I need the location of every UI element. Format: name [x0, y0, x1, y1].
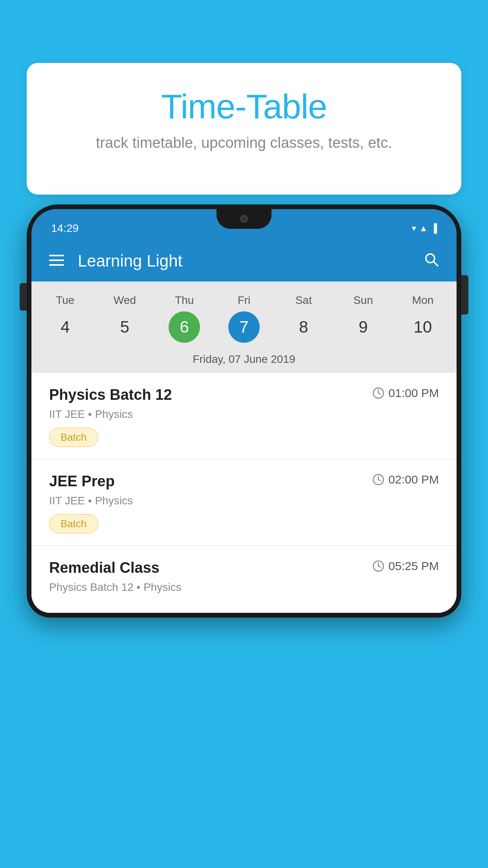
phone-outer: 14:29 ▾ ▲ ▐ Le [27, 204, 461, 618]
status-bar: 14:29 ▾ ▲ ▐ [31, 209, 457, 241]
day-col-sun[interactable]: Sun9 [338, 294, 389, 343]
day-name: Sun [353, 294, 373, 307]
speech-bubble: Time-Table track timetable, upcoming cla… [27, 63, 461, 195]
app-title: Learning Light [78, 252, 410, 270]
day-number[interactable]: 8 [288, 311, 319, 343]
calendar-section: Tue4Wed5Thu6Fri7Sat8Sun9Mon10 Friday, 07… [31, 281, 457, 373]
schedule-subtitle: Physics Batch 12 • Physics [49, 581, 439, 594]
schedule-title: Remedial Class [49, 559, 160, 576]
day-number[interactable]: 7 [228, 311, 260, 343]
svg-point-3 [426, 254, 435, 263]
day-number[interactable]: 10 [407, 311, 438, 343]
schedule-item[interactable]: JEE Prep02:00 PMIIT JEE • PhysicsBatch [31, 459, 457, 546]
day-name: Tue [56, 294, 74, 307]
day-col-wed[interactable]: Wed5 [99, 294, 150, 343]
batch-badge: Batch [49, 514, 98, 533]
status-time: 14:29 [51, 222, 79, 235]
status-icons: ▾ ▲ ▐ [412, 223, 437, 234]
app-header: Learning Light [31, 241, 457, 281]
schedule-item[interactable]: Remedial Class05:25 PMPhysics Batch 12 •… [31, 546, 457, 613]
clock-icon [372, 560, 385, 572]
schedule-subtitle: IIT JEE • Physics [49, 495, 439, 507]
svg-line-4 [433, 261, 438, 266]
schedule-time: 01:00 PM [372, 386, 439, 400]
day-number[interactable]: 4 [50, 311, 81, 343]
schedule-item[interactable]: Physics Batch 1201:00 PMIIT JEE • Physic… [31, 373, 457, 459]
day-col-thu[interactable]: Thu6 [159, 294, 210, 343]
day-number[interactable]: 9 [347, 311, 379, 343]
day-name: Sat [295, 294, 312, 307]
schedule-list: Physics Batch 1201:00 PMIIT JEE • Physic… [31, 373, 457, 613]
notch-cutout [216, 209, 272, 229]
svg-rect-1 [49, 259, 64, 261]
clock-icon [372, 473, 385, 486]
speech-bubble-container: Time-Table track timetable, upcoming cla… [27, 63, 461, 195]
day-name: Mon [412, 294, 433, 307]
day-name: Fri [238, 294, 251, 307]
batch-badge: Batch [49, 428, 98, 447]
schedule-title: JEE Prep [49, 473, 115, 490]
svg-rect-0 [49, 255, 64, 256]
schedule-time: 05:25 PM [372, 559, 439, 573]
wifi-icon: ▾ [412, 223, 416, 234]
day-col-tue[interactable]: Tue4 [40, 294, 91, 343]
bubble-title: Time-Table [46, 86, 442, 127]
phone-wrapper: 14:29 ▾ ▲ ▐ Le [27, 204, 461, 868]
day-number[interactable]: 5 [109, 311, 141, 343]
schedule-time: 02:00 PM [372, 473, 439, 486]
selected-date-label: Friday, 07 June 2019 [31, 348, 457, 373]
svg-rect-2 [49, 264, 64, 266]
day-name: Wed [114, 294, 136, 307]
search-icon[interactable] [424, 252, 439, 270]
day-col-mon[interactable]: Mon10 [397, 294, 448, 343]
day-name: Thu [175, 294, 194, 307]
bubble-subtitle: track timetable, upcoming classes, tests… [46, 134, 442, 151]
phone-screen: 14:29 ▾ ▲ ▐ Le [31, 209, 457, 613]
week-days-row: Tue4Wed5Thu6Fri7Sat8Sun9Mon10 [31, 289, 457, 348]
signal-icon: ▲ [419, 223, 428, 234]
day-col-fri[interactable]: Fri7 [218, 294, 270, 343]
schedule-subtitle: IIT JEE • Physics [49, 408, 439, 421]
battery-icon: ▐ [431, 223, 437, 234]
day-col-sat[interactable]: Sat8 [278, 294, 329, 343]
schedule-title: Physics Batch 12 [49, 386, 172, 403]
camera-dot [240, 215, 248, 223]
hamburger-icon[interactable] [49, 253, 64, 269]
clock-icon [372, 387, 385, 399]
day-number[interactable]: 6 [169, 311, 200, 343]
